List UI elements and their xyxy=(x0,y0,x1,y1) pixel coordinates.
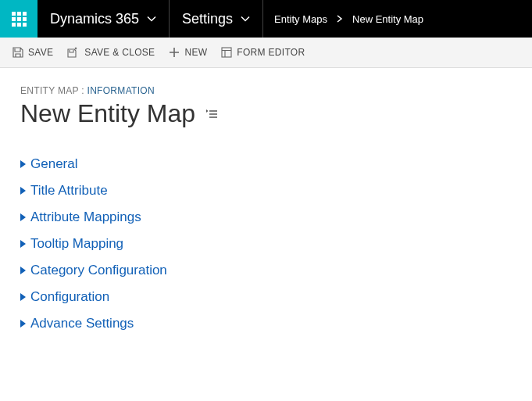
nav-area[interactable]: Settings xyxy=(170,0,263,38)
section-label: Advance Settings xyxy=(30,316,134,331)
nav-brand-label: Dynamics 365 xyxy=(50,11,139,27)
svg-rect-0 xyxy=(222,48,231,57)
triangle-right-icon xyxy=(20,213,26,221)
list-icon[interactable] xyxy=(206,109,217,119)
triangle-right-icon xyxy=(20,267,26,274)
save-close-button[interactable]: SAVE & CLOSE xyxy=(67,47,155,58)
new-label: NEW xyxy=(184,47,207,58)
section-tooltip-mapping[interactable]: Tooltip Mapping xyxy=(20,236,512,252)
save-label: SAVE xyxy=(28,47,53,58)
section-label: Category Configuration xyxy=(30,263,167,278)
section-label: General xyxy=(30,156,77,172)
section-label: Attribute Mappings xyxy=(30,209,141,225)
triangle-right-icon xyxy=(20,320,26,328)
form-editor-icon xyxy=(221,47,232,58)
save-icon xyxy=(12,47,23,58)
page-content: ENTITY MAP : INFORMATION New Entity Map … xyxy=(0,68,532,349)
section-advance-settings[interactable]: Advance Settings xyxy=(20,316,512,331)
waffle-icon xyxy=(12,12,27,27)
chevron-down-icon xyxy=(147,14,156,23)
form-editor-button[interactable]: FORM EDITOR xyxy=(221,47,305,58)
plus-icon xyxy=(169,47,180,58)
section-label: Title Attribute xyxy=(30,183,108,199)
section-general[interactable]: General xyxy=(20,156,512,172)
triangle-right-icon xyxy=(20,160,26,168)
nav-area-label: Settings xyxy=(182,11,233,27)
nav-brand[interactable]: Dynamics 365 xyxy=(37,0,170,38)
section-configuration[interactable]: Configuration xyxy=(20,289,512,305)
section-label: Tooltip Mapping xyxy=(30,236,123,252)
triangle-right-icon xyxy=(20,187,26,195)
breadcrumb-parent[interactable]: Entity Maps xyxy=(274,13,327,25)
save-close-label: SAVE & CLOSE xyxy=(84,47,155,58)
record-type: ENTITY MAP : INFORMATION xyxy=(20,85,512,96)
record-type-suffix: INFORMATION xyxy=(87,85,155,96)
app-launcher-button[interactable] xyxy=(0,0,37,38)
breadcrumb-current[interactable]: New Entity Map xyxy=(352,13,423,25)
breadcrumb: Entity Maps New Entity Map xyxy=(263,13,434,25)
save-close-icon xyxy=(67,47,80,58)
chevron-down-icon xyxy=(241,14,250,23)
section-attribute-mappings[interactable]: Attribute Mappings xyxy=(20,209,512,225)
section-list: General Title Attribute Attribute Mappin… xyxy=(20,156,512,331)
section-title-attribute[interactable]: Title Attribute xyxy=(20,183,512,199)
top-nav: Dynamics 365 Settings Entity Maps New En… xyxy=(0,0,532,38)
page-title: New Entity Map xyxy=(20,99,195,128)
record-type-label: ENTITY MAP xyxy=(20,85,79,96)
save-button[interactable]: SAVE xyxy=(12,47,53,58)
form-editor-label: FORM EDITOR xyxy=(237,47,305,58)
triangle-right-icon xyxy=(20,240,26,248)
section-label: Configuration xyxy=(30,289,109,305)
triangle-right-icon xyxy=(20,293,26,301)
command-bar: SAVE SAVE & CLOSE NEW FORM EDITOR xyxy=(0,38,532,68)
section-category-configuration[interactable]: Category Configuration xyxy=(20,263,512,278)
chevron-right-icon xyxy=(337,13,343,25)
title-row: New Entity Map xyxy=(20,99,512,128)
new-button[interactable]: NEW xyxy=(169,47,207,58)
